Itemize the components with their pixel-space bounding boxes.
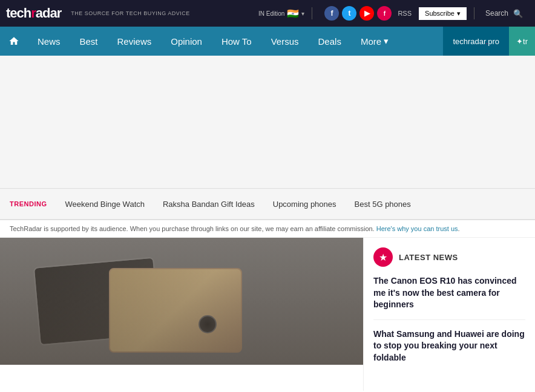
phone-shape-gold xyxy=(109,268,242,353)
nav-right: techradar.pro ✦tr xyxy=(443,27,535,56)
site-logo[interactable]: techradar xyxy=(6,5,61,21)
news-article-1: The Canon EOS R10 has convinced me it's … xyxy=(373,275,525,320)
disclaimer-bar: TechRadar is supported by its audience. … xyxy=(0,220,535,238)
star-badge-icon: ★ xyxy=(373,247,393,267)
edition-dropdown-icon[interactable]: ▾ xyxy=(301,10,304,17)
twitter-icon[interactable]: t xyxy=(342,6,356,21)
latest-news-header: ★ LATEST NEWS xyxy=(373,247,525,267)
disclaimer-text: TechRadar is supported by its audience. … xyxy=(10,225,375,232)
nav-item-howto[interactable]: How To xyxy=(212,27,261,56)
rss-link[interactable]: RSS xyxy=(398,10,412,17)
news-headline-1[interactable]: The Canon EOS R10 has convinced me it's … xyxy=(373,275,525,311)
flipboard-icon[interactable]: f xyxy=(377,6,392,21)
article-hero-image xyxy=(0,238,363,365)
home-nav-button[interactable] xyxy=(0,27,28,56)
nav-pro-button[interactable]: techradar.pro xyxy=(443,27,509,56)
nav-item-versus[interactable]: Versus xyxy=(261,27,309,56)
more-chevron-icon: ▾ xyxy=(384,36,389,47)
phone-camera-lens xyxy=(199,315,217,333)
extra-label: ✦tr xyxy=(516,37,528,46)
home-icon xyxy=(8,36,19,47)
trending-item-1[interactable]: Weekend Binge Watch xyxy=(65,200,145,209)
news-headline-2[interactable]: What Samsung and Huawei are doing to sto… xyxy=(373,328,525,364)
nav-item-best[interactable]: Best xyxy=(70,27,108,56)
nav-item-more[interactable]: More ▾ xyxy=(351,27,398,56)
social-icons: f t ▶ f xyxy=(324,6,392,21)
disclaimer-link[interactable]: Here's why you can trust us xyxy=(376,225,458,232)
nav-item-reviews[interactable]: Reviews xyxy=(108,27,162,56)
edition-badge: IN Edition 🇮🇳 ▾ xyxy=(258,8,304,19)
top-bar: techradar THE SOURCE FOR TECH BUYING ADV… xyxy=(0,0,535,27)
pro-logo-text: techradar.pro xyxy=(453,37,499,46)
nav-extra-button[interactable]: ✦tr xyxy=(509,27,535,56)
nav-item-opinion[interactable]: Opinion xyxy=(161,27,212,56)
subscribe-button[interactable]: Subscribe ▾ xyxy=(419,7,467,20)
trending-item-2[interactable]: Raksha Bandan Gift Ideas xyxy=(163,200,255,209)
search-icon[interactable]: 🔍 xyxy=(513,9,523,18)
nav-item-news[interactable]: News xyxy=(28,27,70,56)
top-bar-middle: IN Edition 🇮🇳 ▾ f t ▶ f RSS Subscribe ▾ … xyxy=(258,6,523,21)
divider-2 xyxy=(474,7,474,19)
flag-icon: 🇮🇳 xyxy=(287,8,299,19)
site-tagline: THE SOURCE FOR TECH BUYING ADVICE xyxy=(71,10,189,16)
subscribe-chevron-icon: ▾ xyxy=(457,10,461,18)
sidebar: ★ LATEST NEWS The Canon EOS R10 has conv… xyxy=(363,238,535,391)
nav-bar: News Best Reviews Opinion How To Versus … xyxy=(0,27,535,56)
search-link[interactable]: Search xyxy=(485,9,508,18)
nav-item-deals[interactable]: Deals xyxy=(309,27,351,56)
edition-text: IN Edition xyxy=(258,10,284,17)
trending-item-4[interactable]: Best 5G phones xyxy=(355,200,411,209)
phone-image-bg xyxy=(0,238,363,365)
main-content: ★ LATEST NEWS The Canon EOS R10 has conv… xyxy=(0,238,535,391)
youtube-icon[interactable]: ▶ xyxy=(359,6,374,21)
news-article-2: What Samsung and Huawei are doing to sto… xyxy=(373,328,525,373)
trending-bar: TRENDING Weekend Binge Watch Raksha Band… xyxy=(0,189,535,220)
ad-area xyxy=(0,56,535,189)
trending-item-3[interactable]: Upcoming phones xyxy=(273,200,336,209)
trending-label: TRENDING xyxy=(10,200,47,207)
divider xyxy=(312,7,312,19)
facebook-icon[interactable]: f xyxy=(324,6,339,21)
latest-news-title: LATEST NEWS xyxy=(399,253,458,262)
logo-area: techradar THE SOURCE FOR TECH BUYING ADV… xyxy=(6,5,190,21)
